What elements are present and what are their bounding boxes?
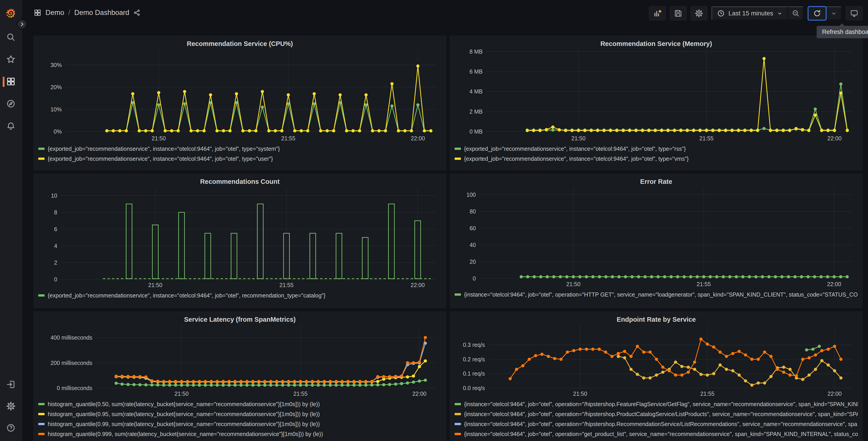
svg-text:21:55: 21:55 [700,390,715,397]
sidebar-item-explore[interactable] [0,95,22,112]
chart-canvas[interactable]: 0%10%20%30%21:5021:5522:00 [38,50,441,142]
panel-title[interactable]: Recommendations Count [38,174,441,187]
svg-text:8: 8 [54,209,57,215]
panel-title[interactable]: Endpoint Rate by Service [455,312,858,325]
svg-text:21:55: 21:55 [293,390,308,397]
chart-canvas[interactable]: 024681021:5021:5522:00 [38,187,441,288]
svg-text:22:00: 22:00 [828,135,842,142]
dashboard-breadcrumb-icon [34,9,41,17]
legend-item[interactable]: {exported_job="recommendationservice", i… [38,145,441,153]
chevron-down-icon [777,10,783,16]
svg-text:100: 100 [466,192,476,198]
series-color-swatch [455,293,461,296]
svg-text:21:55: 21:55 [281,135,296,142]
sidebar-item-alerting[interactable] [0,118,22,134]
legend-item[interactable]: {exported_job="recommendationservice", i… [455,155,858,163]
svg-text:0%: 0% [54,128,62,135]
svg-text:60: 60 [469,225,476,231]
grafana-logo[interactable] [5,7,17,20]
svg-text:21:55: 21:55 [279,282,294,288]
series-color-swatch [455,148,461,150]
clock-icon [717,9,725,17]
legend-label: {instance="otelcol:9464", job="otel", op… [464,291,858,298]
svg-text:0.2 req/s: 0.2 req/s [463,356,485,362]
svg-text:4 MB: 4 MB [469,88,483,95]
svg-text:0.3 req/s: 0.3 req/s [463,342,485,348]
legend-item[interactable]: histogram_quantile(0.99, sum(rate(latenc… [38,420,441,428]
add-panel-button[interactable] [649,6,666,20]
series-color-swatch [455,423,461,425]
series-color-swatch [455,413,461,415]
panel-title[interactable]: Service Latency (from SpanMetrics) [38,312,441,325]
share-icon[interactable] [133,9,141,16]
chart-canvas[interactable]: 0 milliseconds200 milliseconds400 millis… [38,325,441,397]
breadcrumb-page[interactable]: Demo Dashboard [74,9,129,17]
panel-title[interactable]: Recommendation Service (CPU%) [38,36,441,50]
breadcrumb-folder[interactable]: Demo [45,9,64,17]
panel-error-rate: Error Rate 02040608010021:5021:5522:00 {… [450,174,863,308]
chart-canvas[interactable]: 0 MB2 MB4 MB6 MB8 MB21:5021:5522:00 [455,50,858,142]
panel-service-latency: Service Latency (from SpanMetrics) 0 mil… [33,312,446,441]
legend-item[interactable]: {instance="otelcol:9464", job="otel", op… [455,400,858,408]
panel-legend: {exported_job="recommendationservice", i… [455,145,858,163]
legend-item[interactable]: histogram_quantile(0.999, sum(rate(laten… [38,430,441,438]
panel-legend: {exported_job="recommendationservice", i… [38,292,441,299]
time-range-button[interactable]: Last 15 minutes [712,6,788,20]
legend-item[interactable]: histogram_quantile(0.95, sum(rate(latenc… [38,410,441,418]
chart-canvas[interactable]: 02040608010021:5021:5522:00 [455,187,858,288]
explore-compass-icon [6,99,16,109]
refresh-tooltip: Refresh dashboard [817,26,868,38]
legend-item[interactable]: {exported_job="recommendationservice", i… [38,292,441,299]
panel-title[interactable]: Recommendation Service (Memory) [455,36,858,50]
alerting-bell-icon [6,121,16,130]
sidebar-item-search[interactable] [0,29,22,45]
breadcrumb: Demo / Demo Dashboard [34,9,141,17]
legend-item[interactable]: {exported_job="recommendationservice", i… [38,155,441,163]
zoom-out-button[interactable] [788,6,804,20]
svg-text:6 MB: 6 MB [469,68,483,75]
save-dashboard-icon [674,9,682,18]
time-picker-group: Last 15 minutes [711,6,804,20]
svg-text:2: 2 [54,259,57,266]
dashboard-settings-button[interactable] [691,6,707,20]
dashboards-grid-icon [6,77,16,86]
svg-text:21:50: 21:50 [573,390,587,397]
legend-label: histogram_quantile(0.999, sum(rate(laten… [48,431,323,437]
legend-item[interactable]: {instance="otelcol:9464", job="otel", op… [455,291,858,298]
sidebar-item-help[interactable] [0,420,22,436]
legend-item[interactable]: {exported_job="recommendationservice", i… [455,145,858,153]
svg-text:0 MB: 0 MB [469,128,483,135]
legend-label: histogram_quantile(0.99, sum(rate(latenc… [48,421,320,428]
legend-item[interactable]: histogram_quantile(0.50, sum(rate(latenc… [38,400,441,408]
legend-label: {instance="otelcol:9464", job="otel", op… [464,401,858,408]
sidebar-item-server-admin[interactable] [0,398,22,414]
panel-title[interactable]: Error Rate [455,174,858,187]
series-color-swatch [38,423,44,425]
sidebar-expand-button[interactable] [17,19,27,29]
legend-label: {instance="otelcol:9464", job="otel", op… [464,421,857,428]
refresh-icon [813,9,821,18]
legend-item[interactable]: {instance="otelcol:9464", job="otel", op… [455,430,858,438]
top-bar: Demo / Demo Dashboard Last 15 minutes [22,0,868,27]
sidebar-item-sign-in[interactable] [0,376,22,392]
svg-text:21:50: 21:50 [152,135,166,142]
chart-canvas[interactable]: 0.0 req/s0.1 req/s0.2 req/s0.3 req/s21:5… [455,325,858,397]
legend-item[interactable]: {instance="otelcol:9464", job="otel", op… [455,420,858,428]
svg-text:21:50: 21:50 [175,390,189,397]
save-dashboard-button[interactable] [670,6,686,20]
sidebar-item-dashboards[interactable] [0,74,22,90]
kiosk-tv-icon [850,9,859,18]
svg-text:0.0 req/s: 0.0 req/s [463,385,485,391]
search-icon [6,32,16,42]
kiosk-mode-button[interactable] [846,6,863,20]
legend-item[interactable]: {instance="otelcol:9464", job="otel", op… [455,410,858,418]
chevron-down-icon [831,10,837,16]
svg-text:22:00: 22:00 [827,281,841,287]
refresh-button[interactable] [808,6,826,20]
svg-text:0.1 req/s: 0.1 req/s [463,371,485,377]
svg-text:200 milliseconds: 200 milliseconds [51,360,92,366]
sidebar-item-starred[interactable] [0,51,22,67]
svg-text:22:00: 22:00 [828,390,842,397]
svg-text:0 milliseconds: 0 milliseconds [57,385,92,391]
refresh-interval-button[interactable] [826,6,841,20]
